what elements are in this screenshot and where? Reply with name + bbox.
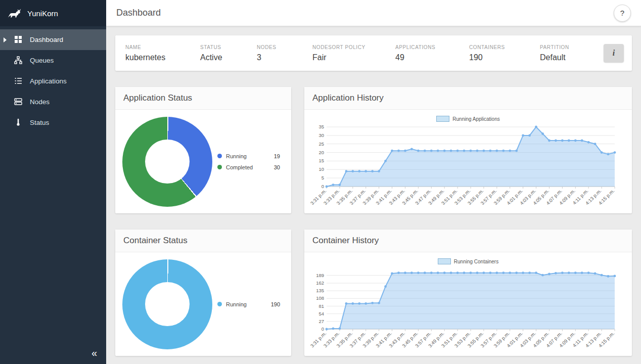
legend-item[interactable]: Running19 bbox=[217, 153, 280, 159]
legend-dot bbox=[217, 165, 222, 169]
brand-header: YuniKorn bbox=[0, 0, 106, 26]
legend-label: Completed bbox=[226, 164, 253, 170]
container-status-card: Container Status Running190 bbox=[115, 230, 291, 356]
info-label: CONTAINERS bbox=[469, 44, 540, 50]
sidebar-item-label: Queues bbox=[30, 57, 54, 64]
svg-text:81: 81 bbox=[318, 303, 324, 309]
legend-label: Running bbox=[226, 153, 247, 159]
application-status-card: Application Status Running19Completed30 bbox=[115, 87, 291, 213]
sidebar-nav: Dashboard Queues Applications bbox=[0, 26, 106, 133]
application-status-donut-chart bbox=[122, 117, 212, 207]
svg-text:27: 27 bbox=[318, 318, 324, 324]
sidebar-item-queues[interactable]: Queues bbox=[0, 50, 106, 71]
container-status-donut-chart bbox=[122, 259, 212, 349]
sidebar-item-nodes[interactable]: Nodes bbox=[0, 92, 106, 112]
sidebar-item-label: Dashboard bbox=[30, 36, 63, 43]
application-history-card: Application History Running Applications… bbox=[304, 87, 632, 213]
svg-text:135: 135 bbox=[316, 288, 324, 293]
container-history-card: Container History Running Containers 027… bbox=[304, 230, 632, 356]
info-label: PARTITION bbox=[540, 44, 569, 50]
info-value: 3 bbox=[257, 53, 312, 62]
info-value: Active bbox=[200, 53, 257, 62]
sidebar-item-applications[interactable]: Applications bbox=[0, 71, 106, 92]
card-title: Container History bbox=[304, 230, 632, 252]
topbar: Dashboard ? bbox=[106, 0, 641, 26]
legend-item[interactable]: Completed30 bbox=[217, 164, 280, 170]
legend-value: 190 bbox=[271, 301, 280, 307]
application-history-chart: 051015202530353:31 p.m.3:33 p.m.3:35 p.m… bbox=[308, 124, 622, 216]
donut-hole bbox=[145, 140, 189, 184]
info-value: 190 bbox=[469, 53, 540, 62]
status-icon bbox=[14, 118, 23, 127]
svg-text:10: 10 bbox=[318, 166, 324, 172]
main-area: Dashboard ? NAME kubernetes STATUS Activ… bbox=[106, 0, 641, 364]
info-field-applications: APPLICATIONS 49 bbox=[395, 44, 469, 62]
card-title: Application History bbox=[304, 87, 632, 110]
svg-text:15: 15 bbox=[318, 158, 324, 163]
nodes-icon bbox=[14, 98, 23, 106]
info-value: 49 bbox=[395, 53, 469, 62]
info-value: kubernetes bbox=[125, 53, 200, 62]
svg-text:162: 162 bbox=[316, 280, 324, 286]
sidebar-collapse-button[interactable]: « bbox=[88, 346, 100, 360]
info-field-containers: CONTAINERS 190 bbox=[469, 44, 540, 62]
container-status-legend: Running190 bbox=[217, 301, 284, 307]
sidebar-item-label: Applications bbox=[30, 77, 67, 85]
queues-icon bbox=[14, 56, 23, 65]
sidebar: YuniKorn Dashboard Queues bbox=[0, 0, 106, 364]
svg-text:108: 108 bbox=[316, 295, 324, 301]
cluster-info-button[interactable]: i bbox=[604, 44, 624, 62]
legend-swatch bbox=[436, 116, 449, 122]
application-status-legend: Running19Completed30 bbox=[217, 153, 284, 170]
info-label: STATUS bbox=[200, 44, 257, 50]
legend-label: Running Containers bbox=[454, 259, 498, 264]
legend-dot bbox=[217, 302, 222, 306]
info-field-nodes: NODES 3 bbox=[257, 44, 312, 62]
sidebar-item-status[interactable]: Status bbox=[0, 112, 106, 133]
info-label: NAME bbox=[125, 44, 200, 50]
cluster-info-card: NAME kubernetes STATUS Active NODES 3 NO… bbox=[115, 35, 632, 71]
dashboard-icon bbox=[14, 35, 23, 44]
legend-swatch bbox=[438, 258, 451, 264]
svg-text:54: 54 bbox=[318, 311, 324, 316]
info-label: NODES bbox=[257, 44, 312, 50]
svg-text:5: 5 bbox=[322, 175, 324, 180]
svg-text:30: 30 bbox=[318, 132, 324, 138]
info-label: APPLICATIONS bbox=[395, 44, 469, 50]
container-history-legend[interactable]: Running Containers bbox=[308, 256, 628, 266]
legend-value: 30 bbox=[274, 164, 280, 170]
svg-text:35: 35 bbox=[318, 124, 324, 129]
content: NAME kubernetes STATUS Active NODES 3 NO… bbox=[106, 26, 641, 364]
container-history-chart: 02754811081351621893:31 p.m.3:33 p.m.3:3… bbox=[308, 266, 622, 358]
info-field-partition: PARTITION Default bbox=[540, 44, 569, 62]
sidebar-item-label: Nodes bbox=[30, 98, 50, 106]
applications-icon bbox=[14, 77, 23, 85]
legend-label: Running Applications bbox=[452, 116, 499, 122]
info-value: Fair bbox=[312, 53, 395, 62]
info-field-name: NAME kubernetes bbox=[125, 44, 200, 62]
info-field-nodesort-policy: NODESORT POLICY Fair bbox=[312, 44, 395, 62]
unicorn-logo-icon bbox=[7, 7, 22, 19]
help-button[interactable]: ? bbox=[614, 5, 631, 22]
page-title: Dashboard bbox=[116, 8, 161, 18]
legend-dot bbox=[217, 154, 222, 158]
card-title: Application Status bbox=[115, 87, 291, 110]
svg-text:25: 25 bbox=[318, 141, 324, 147]
legend-item[interactable]: Running190 bbox=[217, 301, 280, 307]
info-value: Default bbox=[540, 53, 569, 62]
brand-name: YuniKorn bbox=[27, 9, 58, 18]
donut-hole bbox=[145, 282, 189, 326]
card-title: Container Status bbox=[115, 230, 291, 252]
svg-text:189: 189 bbox=[316, 272, 324, 278]
svg-text:20: 20 bbox=[318, 150, 324, 155]
info-field-status: STATUS Active bbox=[200, 44, 257, 62]
legend-label: Running bbox=[226, 301, 247, 307]
application-history-legend[interactable]: Running Applications bbox=[308, 114, 628, 124]
legend-value: 19 bbox=[274, 153, 280, 159]
sidebar-item-label: Status bbox=[30, 119, 49, 126]
sidebar-item-dashboard[interactable]: Dashboard bbox=[0, 29, 106, 50]
info-label: NODESORT POLICY bbox=[312, 44, 395, 50]
